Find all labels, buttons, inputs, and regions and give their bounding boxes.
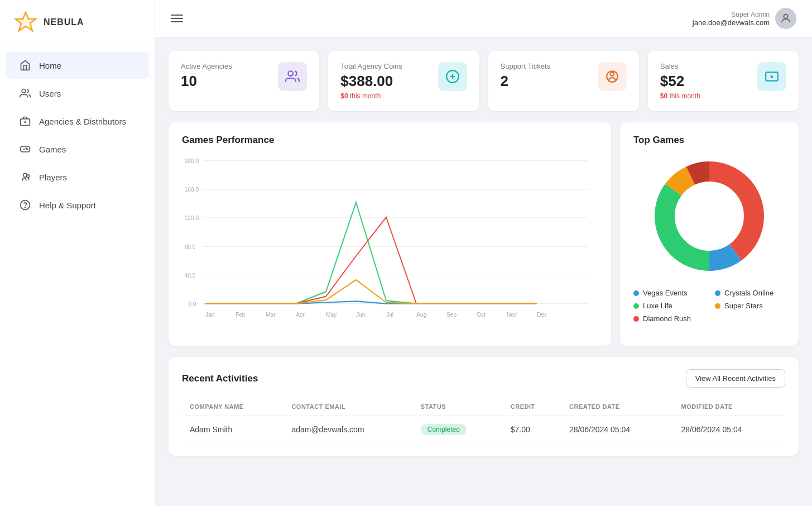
svg-text:Apr: Apr <box>296 311 305 318</box>
stat-sub-coins: $0 this month <box>340 92 402 100</box>
stat-value-agencies: 10 <box>181 73 232 90</box>
logo: NEBULA <box>0 0 155 45</box>
top-games-card: Top Games <box>620 122 799 346</box>
svg-point-2 <box>22 89 26 93</box>
stat-value-support: 2 <box>501 73 551 90</box>
svg-text:200.0: 200.0 <box>185 157 199 164</box>
legend-label-vegas: Vegas Events <box>643 289 688 297</box>
stat-info-coins: Total Agency Coins $388.00 $0 this month <box>340 62 402 100</box>
help-icon <box>19 199 31 211</box>
user-text: Super Admin jane.doe@devwals.com <box>693 11 770 27</box>
players-label: Players <box>39 173 67 182</box>
stat-icon-agencies <box>278 62 307 91</box>
view-all-button[interactable]: View All Recent Activities <box>686 369 785 388</box>
line-chart-svg: 200.0 160.0 120.0 80.0 40.0 0.0 Jan Feb … <box>182 155 598 333</box>
donut-chart-svg <box>648 155 771 278</box>
users-label: Users <box>39 89 61 98</box>
donut-container: Vegas Events Crystals Online Luxe Life <box>633 155 785 323</box>
players-icon <box>19 171 31 183</box>
svg-text:80.0: 80.0 <box>185 243 196 250</box>
activities-table-body: Adam Smith adam@devwals.com Completed $7… <box>182 416 785 443</box>
stat-info-agencies: Active Agencies 10 <box>181 62 232 90</box>
svg-text:May: May <box>326 311 337 318</box>
legend-item-luxe: Luxe Life <box>633 302 704 310</box>
recent-activities-card: Recent Activities View All Recent Activi… <box>169 357 799 456</box>
dashboard-content: Active Agencies 10 Total Agency Coins $3… <box>155 37 812 469</box>
user-role: Super Admin <box>693 11 770 18</box>
agencies-label: Agencies & Distributors <box>39 117 126 126</box>
stat-info-sales: Sales $52 $0 this month <box>660 62 700 100</box>
svg-text:40.0: 40.0 <box>185 271 196 279</box>
svg-point-50 <box>677 184 742 249</box>
stat-card-agencies: Active Agencies 10 <box>169 51 319 111</box>
legend-dot-vegas <box>633 290 639 296</box>
svg-point-14 <box>289 71 294 76</box>
agencies-icon <box>19 115 31 127</box>
users-icon <box>19 87 31 99</box>
hamburger-menu[interactable] <box>171 15 183 22</box>
sidebar-item-agencies[interactable]: Agencies & Distributors <box>6 108 149 135</box>
col-company: Company Name <box>182 398 284 416</box>
sidebar-item-home[interactable]: Home <box>6 52 149 79</box>
table-row: Adam Smith adam@devwals.com Completed $7… <box>182 416 785 443</box>
legend-label-luxe: Luxe Life <box>643 302 672 310</box>
activities-table-header-row: Company Name Contact Email Status Credit… <box>182 398 785 416</box>
activities-header: Recent Activities View All Recent Activi… <box>182 369 785 388</box>
activities-table-head: Company Name Contact Email Status Credit… <box>182 398 785 416</box>
brand-name: NEBULA <box>44 17 84 27</box>
svg-text:0.0: 0.0 <box>188 300 196 307</box>
legend-item-diamond: Diamond Rush <box>633 314 704 323</box>
stat-value-coins: $388.00 <box>340 73 402 90</box>
stat-label-coins: Total Agency Coins <box>340 62 402 70</box>
stat-icon-support <box>598 62 627 91</box>
games-label: Games <box>39 145 66 154</box>
legend-dot-luxe <box>633 303 639 309</box>
stat-sub-amount-sales: $0 <box>660 92 667 100</box>
stat-icon-sales <box>757 62 786 91</box>
cell-company: Adam Smith <box>182 416 284 443</box>
stat-icon-coins <box>438 62 467 91</box>
svg-text:Mar: Mar <box>266 311 276 318</box>
cell-created: 28/06/2024 05:04 <box>561 416 673 443</box>
svg-point-19 <box>611 72 614 76</box>
sidebar-item-players[interactable]: Players <box>6 164 149 190</box>
svg-text:Sep: Sep <box>446 311 457 318</box>
home-icon <box>19 59 31 71</box>
legend-label-crystals: Crystals Online <box>724 289 773 297</box>
stat-info-support: Support Tickets 2 <box>501 62 551 90</box>
svg-point-10 <box>27 175 30 178</box>
stat-value-sales: $52 <box>660 73 700 90</box>
col-email: Contact Email <box>284 398 412 416</box>
legend-dot-diamond <box>633 316 639 322</box>
stat-label-support: Support Tickets <box>501 62 551 70</box>
home-label: Home <box>39 61 61 70</box>
sidebar-item-users[interactable]: Users <box>6 80 149 107</box>
games-performance-title: Games Performance <box>182 135 598 146</box>
sidebar-item-help[interactable]: Help & Support <box>6 192 149 218</box>
stat-card-sales: Sales $52 $0 this month <box>648 51 799 111</box>
stat-card-coins: Total Agency Coins $388.00 $0 this month <box>328 51 479 111</box>
legend-item-vegas: Vegas Events <box>633 289 704 297</box>
legend-dot-crystals <box>715 290 720 296</box>
svg-point-7 <box>27 149 28 150</box>
cell-credit: $7.00 <box>503 416 561 443</box>
svg-text:Feb: Feb <box>236 311 246 318</box>
svg-text:Aug: Aug <box>416 311 426 318</box>
sidebar-item-games[interactable]: Games <box>6 136 149 163</box>
stat-label-agencies: Active Agencies <box>181 62 232 70</box>
games-performance-card: Games Performance 200.0 160.0 120.0 <box>169 122 611 346</box>
svg-text:120.0: 120.0 <box>185 214 199 222</box>
hamburger-line-3 <box>171 21 183 22</box>
stat-card-support: Support Tickets 2 <box>488 51 639 111</box>
activities-table: Company Name Contact Email Status Credit… <box>182 398 785 443</box>
legend-item-crystals: Crystals Online <box>715 289 785 297</box>
donut-svg-wrap <box>648 155 771 278</box>
help-label: Help & Support <box>39 201 96 210</box>
legend-label-diamond: Diamond Rush <box>643 314 691 323</box>
main-content: Super Admin jane.doe@devwals.com Active … <box>155 0 812 506</box>
col-status: Status <box>413 398 503 416</box>
games-icon <box>19 143 31 155</box>
legend-dot-superstars <box>715 303 720 309</box>
cell-modified: 28/06/2024 05:04 <box>674 416 786 443</box>
svg-text:Jun: Jun <box>356 311 366 318</box>
